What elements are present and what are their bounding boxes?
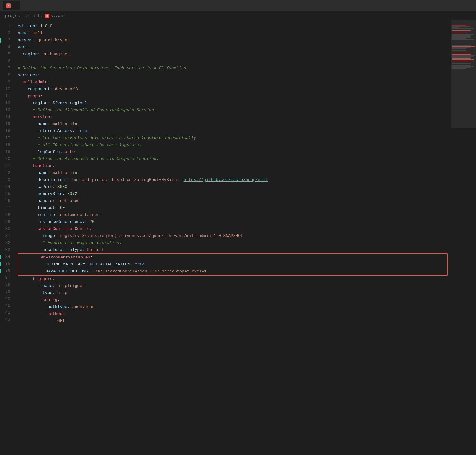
code-line-28: runtime: custom-container: [15, 211, 451, 218]
line-number-13: 13: [0, 107, 15, 114]
minimap-line: [452, 30, 471, 31]
minimap-line: [452, 47, 471, 48]
code-line-9: mall-admin:: [15, 79, 451, 86]
highlight-block: environmentVariables: SPRING_MAIN_LAZY_I…: [18, 253, 448, 276]
code-line-13: # Define the AlibabaCloud FunctionComput…: [15, 107, 451, 114]
minimap-line: [452, 50, 466, 51]
minimap-line: [452, 56, 474, 57]
minimap-line: [452, 55, 475, 56]
line-number-35: 35: [0, 260, 15, 267]
line-number-39: 39: [0, 288, 15, 295]
line-number-43: 43: [0, 316, 15, 323]
breadcrumb-file-icon: s: [45, 14, 49, 18]
code-content[interactable]: edition: 1.0.0name: mallaccess: quanxi-h…: [15, 20, 451, 454]
minimap-line: [452, 39, 474, 40]
line-number-9: 9: [0, 79, 15, 86]
line-number-10: 10: [0, 86, 15, 93]
minimap-line: [452, 36, 471, 37]
code-line-39: type: http: [15, 290, 451, 297]
minimap-line: [452, 68, 466, 69]
breadcrumb-sep-1: >: [26, 13, 29, 18]
line-number-38: 38: [0, 281, 15, 288]
code-line-2: name: mall: [15, 30, 451, 37]
minimap-line: [452, 63, 471, 64]
line-number-31: 31: [0, 232, 15, 239]
line-number-17: 17: [0, 135, 15, 142]
editor-main: 1234567891011121314151617181920212223242…: [0, 20, 451, 454]
line-number-5: 5: [0, 51, 15, 58]
minimap-line: [452, 34, 474, 35]
breadcrumb-mall[interactable]: mall: [30, 13, 40, 18]
line-number-21: 21: [0, 163, 15, 170]
code-line-8: services:: [15, 72, 451, 79]
code-line-38: - name: httpTrigger: [15, 283, 451, 290]
line-number-34: 34: [0, 253, 15, 260]
code-line-25: memorySize: 3072: [15, 191, 451, 197]
code-line-30: customContainerConfig:: [15, 225, 451, 232]
code-line-22: name: mall-admin: [15, 170, 451, 177]
minimap-line: [452, 45, 471, 46]
line-number-2: 2: [0, 30, 15, 37]
line-number-30: 30: [0, 225, 15, 232]
line-number-25: 25: [0, 191, 15, 197]
line-number-37: 37: [0, 274, 15, 281]
minimap-line: [452, 54, 471, 55]
line-number-36: 36: [0, 267, 15, 274]
minimap[interactable]: [451, 20, 476, 454]
code-line-42: methods:: [15, 311, 451, 318]
line-numbers: 1234567891011121314151617181920212223242…: [0, 20, 15, 454]
code-line-40: config:: [15, 297, 451, 304]
minimap-line: [452, 22, 466, 22]
line-number-12: 12: [0, 100, 15, 107]
code-line-3: access: quanxi-hryang: [15, 37, 451, 44]
code-line-36: JAVA_TOOL_OPTIONS: -XX:+TieredCompilatio…: [18, 268, 447, 275]
code-line-11: props:: [15, 93, 451, 100]
minimap-line: [452, 30, 466, 30]
code-line-35: SPRING_MAIN_LAZY_INITIATIALIZATION: true: [18, 261, 447, 268]
minimap-line: [452, 50, 471, 50]
line-number-41: 41: [0, 302, 15, 309]
code-line-16: internetAccess: true: [15, 128, 451, 135]
line-number-26: 26: [0, 197, 15, 204]
line-number-28: 28: [0, 211, 15, 218]
code-line-17: # Let the serverless-devs create a share…: [15, 135, 451, 142]
minimap-line: [452, 35, 471, 36]
breadcrumb: projects > mall > s s.yaml: [0, 11, 476, 20]
minimap-line: [452, 48, 466, 49]
breadcrumb-file[interactable]: s.yaml: [50, 13, 65, 18]
line-number-11: 11: [0, 93, 15, 100]
minimap-line: [452, 42, 471, 42]
code-line-21: function:: [15, 163, 451, 170]
code-line-12: region: ${vars.region}: [15, 100, 451, 107]
code-line-14: service:: [15, 114, 451, 121]
code-line-20: # Define the AlibabaCloud FunctionComput…: [15, 156, 451, 163]
minimap-line: [452, 61, 474, 61]
code-line-32: # Enable the image acceleration.: [15, 239, 451, 246]
code-line-29: instanceConcurrency: 20: [15, 218, 451, 225]
minimap-line: [452, 58, 471, 59]
code-line-33: accelerationType: Default: [15, 246, 451, 253]
code-line-15: name: mall-admin: [15, 121, 451, 128]
code-line-37: triggers:: [15, 276, 451, 283]
minimap-line: [452, 24, 471, 24]
minimap-line: [452, 65, 471, 66]
line-number-8: 8: [0, 72, 15, 79]
minimap-line: [452, 67, 471, 68]
minimap-line: [452, 38, 466, 39]
minimap-line: [452, 64, 466, 64]
code-line-43: - GET: [15, 318, 451, 325]
code-area: 1234567891011121314151617181920212223242…: [0, 20, 451, 454]
code-line-19: logConfig: auto: [15, 149, 451, 156]
line-number-33: 33: [0, 246, 15, 253]
line-number-29: 29: [0, 218, 15, 225]
code-line-18: # All FC services share the same logstor…: [15, 142, 451, 149]
tab-s-yaml[interactable]: s: [3, 1, 20, 10]
editor-container: 1234567891011121314151617181920212223242…: [0, 20, 476, 454]
file-icon: s: [6, 3, 11, 8]
minimap-line: [452, 52, 474, 52]
line-number-19: 19: [0, 149, 15, 156]
minimap-line: [452, 27, 459, 28]
line-number-7: 7: [0, 65, 15, 72]
line-number-40: 40: [0, 295, 15, 302]
breadcrumb-projects[interactable]: projects: [5, 13, 25, 18]
